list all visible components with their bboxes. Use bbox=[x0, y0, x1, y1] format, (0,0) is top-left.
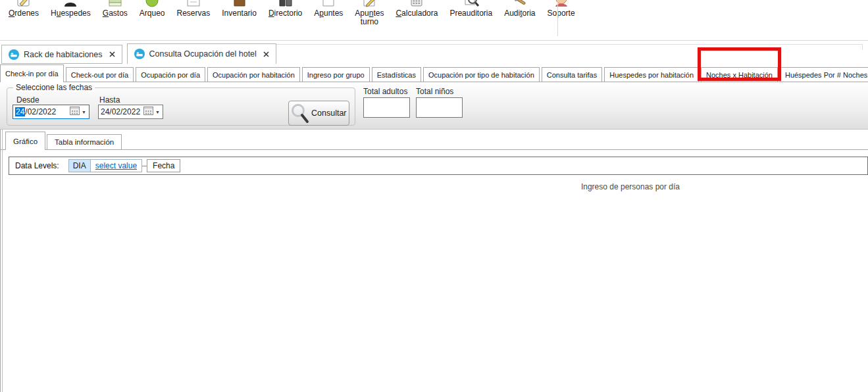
report-tab-label: Consulta tarifas bbox=[547, 71, 597, 79]
report-tab-label: Huespedes por habitación bbox=[609, 71, 694, 79]
view-tabstrip: GráficoTabla información bbox=[5, 132, 123, 150]
report-tab-ingreso-por-grupo[interactable]: Ingreso por grupo bbox=[302, 67, 370, 82]
toolbar-item-label: Ordenes bbox=[9, 9, 39, 18]
toolbar-item-directorio[interactable]: Directorio bbox=[263, 0, 308, 18]
room-rack-icon bbox=[9, 49, 19, 60]
view-tab-grafico[interactable]: Gráfico bbox=[5, 132, 45, 150]
tab-rack-de-habitaciones[interactable]: Rack de habitaciones bbox=[1, 45, 122, 64]
groupbox-title: Seleccione las fechas bbox=[13, 83, 95, 92]
toolbar-item-soporte[interactable]: Soporte bbox=[542, 0, 581, 18]
data-levels-label: Data Levels: bbox=[15, 161, 59, 170]
consultar-button-label: Consultar bbox=[311, 109, 347, 118]
calendar-icon[interactable] bbox=[143, 107, 153, 117]
inventory-box-icon bbox=[231, 0, 248, 8]
report-tab-check-out-por-dia[interactable]: Check-out por día bbox=[66, 67, 134, 82]
report-tab-label: Ocupación por día bbox=[141, 71, 200, 79]
view-tab-label: Tabla información bbox=[55, 138, 114, 146]
toolbar-separator bbox=[557, 0, 558, 36]
report-tab-ocupacion-por-dia[interactable]: Ocupación por día bbox=[136, 67, 205, 82]
report-tab-ocupacion-por-habitacion[interactable]: Ocupación por habitación bbox=[207, 67, 300, 82]
toolbar-item-label-line2: turno bbox=[361, 18, 378, 26]
toolbar-item-label: Preauditoria bbox=[449, 9, 492, 18]
toolbar-item-gastos[interactable]: Gastos bbox=[97, 0, 134, 18]
level-connector bbox=[142, 166, 147, 166]
report-tab-ocupacion-por-tipo-de-habitacion[interactable]: Ocupación por tipo de habitación bbox=[423, 67, 540, 82]
tabstrip-top-border bbox=[235, 44, 862, 45]
report-tab-noches-x-habitacion[interactable]: Noches x Habitación bbox=[701, 67, 778, 82]
toolbar-item-label: Gastos bbox=[103, 9, 128, 18]
notes-icon bbox=[320, 0, 337, 8]
toolbar-item-label: Inventario bbox=[222, 9, 257, 18]
total-adults-field[interactable] bbox=[363, 97, 410, 118]
guests-icon bbox=[62, 0, 79, 8]
to-date-picker[interactable]: 24/02/2022 ▼ bbox=[98, 105, 163, 119]
total-adults-label: Total adultos bbox=[363, 87, 407, 96]
dropdown-arrow-icon[interactable]: ▼ bbox=[155, 110, 160, 114]
toolbar-item-apuntes-turno[interactable]: Apuntesturno bbox=[349, 0, 390, 26]
total-children-field[interactable] bbox=[416, 97, 463, 118]
report-tab-label: Estadísticas bbox=[377, 71, 416, 79]
toolbar-item-label: Calculadora bbox=[396, 9, 438, 18]
toolbar-item-apuntes[interactable]: Apuntes bbox=[308, 0, 349, 18]
expenses-icon bbox=[107, 0, 124, 8]
consultar-button[interactable]: Consultar bbox=[288, 101, 349, 126]
report-tab-label: Ingreso por grupo bbox=[307, 71, 365, 79]
from-date-label: Desde bbox=[16, 95, 39, 105]
calculator-icon bbox=[408, 0, 425, 8]
from-date-picker[interactable]: 24/02/2022 ▼ bbox=[13, 105, 89, 119]
calendar-icon[interactable] bbox=[70, 107, 80, 117]
report-tab-huespedes-por-noches[interactable]: Huéspedes Por # Noches bbox=[780, 67, 868, 82]
data-levels-bar: Data Levels: DIA select value Fecha bbox=[9, 157, 868, 175]
report-tab-consulta-tarifas[interactable]: Consulta tarifas bbox=[542, 67, 602, 82]
toolbar-item-calculadora[interactable]: Calculadora bbox=[390, 0, 444, 18]
toolbar-item-label: Apuntes bbox=[314, 9, 343, 18]
data-level-group: DIA select value bbox=[68, 159, 142, 172]
tab-consulta-ocupacion-del-hotel[interactable]: Consulta Ocupación del hotel bbox=[127, 43, 276, 64]
main-toolbar: OrdenesHuespedesGastosArqueoReservasInve… bbox=[0, 0, 868, 41]
to-date-label: Hasta bbox=[99, 95, 120, 105]
view-tab-tabla-informacion[interactable]: Tabla información bbox=[47, 134, 122, 150]
directory-book-icon bbox=[277, 0, 294, 8]
orders-icon bbox=[15, 0, 32, 8]
data-level-dia-chip[interactable]: DIA bbox=[69, 160, 91, 172]
app-window: OrdenesHuespedesGastosArqueoReservasInve… bbox=[0, 0, 868, 392]
toolbar-item-reservas[interactable]: Reservas bbox=[171, 0, 217, 18]
close-tab-icon[interactable] bbox=[263, 51, 269, 57]
toolbar-item-preauditoria[interactable]: Preauditoria bbox=[444, 0, 498, 18]
notes-shift-icon bbox=[361, 0, 378, 8]
from-date-rest: /02/2022 bbox=[25, 107, 56, 116]
chart-title: Ingreso de personas por día bbox=[525, 182, 736, 191]
doc-tab-label: Rack de habitaciones bbox=[24, 50, 103, 59]
toolbar-item-inventario[interactable]: Inventario bbox=[216, 0, 263, 18]
panel-left-border bbox=[0, 130, 1, 392]
report-tab-label: Noches x Habitación bbox=[706, 71, 773, 79]
filter-panel: Seleccione las fechas Desde 24/02/2022 ▼… bbox=[0, 83, 868, 130]
toolbar-item-label: Huespedes bbox=[51, 9, 91, 18]
toolbar-item-label: Arqueo bbox=[140, 9, 165, 18]
close-tab-icon[interactable] bbox=[109, 51, 115, 57]
from-date-selected-segment: 24 bbox=[15, 107, 25, 116]
view-tab-label: Gráfico bbox=[13, 137, 38, 145]
total-children-label: Total niños bbox=[416, 87, 453, 96]
toolbar-item-ordenes[interactable]: Ordenes bbox=[3, 0, 45, 18]
toolbar-item-label: Directorio bbox=[268, 9, 302, 18]
report-tab-estadisticas[interactable]: Estadísticas bbox=[372, 67, 421, 82]
toolbar-item-auditoria[interactable]: Auditoria bbox=[498, 0, 541, 18]
data-level-fecha-chip[interactable]: Fecha bbox=[147, 159, 180, 172]
report-tab-huespedes-por-habitacion[interactable]: Huespedes por habitación bbox=[604, 67, 699, 82]
tabstrip-top-border-end bbox=[862, 44, 863, 50]
toolbar-item-huespedes[interactable]: Huespedes bbox=[45, 0, 97, 18]
apple-icon bbox=[143, 0, 161, 8]
report-tab-label: Huéspedes Por # Noches bbox=[785, 71, 867, 79]
view-tabstrip-baseline bbox=[0, 149, 868, 150]
dropdown-arrow-icon[interactable]: ▼ bbox=[82, 110, 86, 114]
toolbar-item-label: Soporte bbox=[548, 9, 575, 18]
report-tab-check-in-por-dia[interactable]: Check-in por día bbox=[0, 64, 64, 82]
select-value-link[interactable]: select value bbox=[91, 160, 141, 172]
report-tab-label: Ocupación por habitación bbox=[213, 71, 295, 79]
report-tabstrip: Check-in por díaCheck-out por díaOcupaci… bbox=[0, 64, 868, 82]
toolbar-item-label: Auditoria bbox=[504, 9, 535, 18]
toolbar-item-arqueo[interactable]: Arqueo bbox=[134, 0, 171, 18]
audit-gavel-icon bbox=[511, 0, 528, 8]
panel-left-border-inner bbox=[2, 130, 3, 392]
